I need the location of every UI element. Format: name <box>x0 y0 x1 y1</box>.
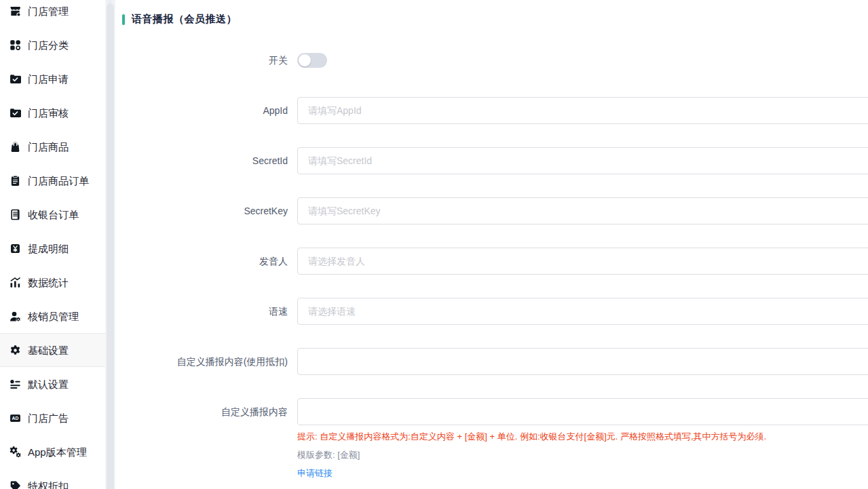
person-gear-icon <box>10 311 21 322</box>
hint-block: 提示: 自定义播报内容格式为:自定义内容 + [金额] + 单位. 例如:收银台… <box>297 431 868 479</box>
sidebar-item-store-category[interactable]: 门店分类 <box>0 28 105 62</box>
field-row-voice-person: 发音人 <box>115 248 868 275</box>
folder-check-icon <box>10 73 21 85</box>
sidebar-item-store-application[interactable]: 门店申请 <box>0 62 105 96</box>
sidebar-item-label: 门店管理 <box>28 6 69 16</box>
sidebar-item-label: 收银台订单 <box>28 210 79 220</box>
sidebar-item-label: 门店商品 <box>28 142 69 152</box>
speech-speed-select[interactable] <box>297 298 868 325</box>
sidebar-scrollbar-thumb[interactable] <box>107 3 114 489</box>
apply-link[interactable]: 申请链接 <box>297 468 333 478</box>
main-content: 语音播报（会员推送） 开关 AppIdSecretIdSecretKey发音人语… <box>115 0 868 489</box>
custom-content-input[interactable] <box>297 398 868 425</box>
page-title: 语音播报（会员推送） <box>132 13 237 26</box>
custom-content-label: 自定义播报内容 <box>115 398 288 425</box>
sidebar-item-basic-settings[interactable]: 基础设置 <box>0 333 105 367</box>
secretid-label: SecretId <box>115 147 288 174</box>
sidebar-item-privilege-discount[interactable]: 特权折扣 <box>0 469 105 489</box>
category-grid-icon <box>10 39 21 51</box>
tag-icon <box>10 480 21 489</box>
chart-icon <box>10 277 21 288</box>
double-gear-icon <box>10 446 21 458</box>
sidebar-item-store-management[interactable]: 门店管理 <box>0 0 105 28</box>
ad-icon: AD <box>10 412 21 424</box>
field-row-secretid: SecretId <box>115 147 868 174</box>
yen-icon <box>10 243 21 254</box>
sidebar-item-label: 门店商品订单 <box>28 176 89 186</box>
sidebar-item-label: 门店广告 <box>28 413 69 423</box>
field-row-switch: 开关 <box>115 47 868 74</box>
switch-control-wrap <box>297 53 327 68</box>
sidebar-item-label: 门店申请 <box>28 74 69 84</box>
sidebar-item-label: 门店分类 <box>28 40 69 50</box>
switch-field-label: 开关 <box>115 47 288 74</box>
sidebar-item-store-ads[interactable]: AD门店广告 <box>0 401 105 435</box>
field-row-secretkey: SecretKey <box>115 197 868 224</box>
field-row-custom-content-deduct: 自定义播报内容(使用抵扣) <box>115 348 868 375</box>
sidebar-item-label: 门店审核 <box>28 108 69 118</box>
custom-content-deduct-label: 自定义播报内容(使用抵扣) <box>115 348 288 375</box>
folder-check-icon <box>10 107 21 119</box>
section-accent-bar <box>122 14 125 25</box>
field-row-appid: AppId <box>115 97 868 124</box>
app-root: 门店管理门店分类门店申请门店审核门店商品门店商品订单收银台订单提成明细数据统计核… <box>0 0 868 489</box>
sidebar-menu: 门店管理门店分类门店申请门店审核门店商品门店商品订单收银台订单提成明细数据统计核… <box>0 0 105 489</box>
toggle-knob-icon <box>299 54 311 66</box>
speech-speed-label: 语速 <box>115 298 288 325</box>
sidebar-item-label: 基础设置 <box>28 345 69 355</box>
gear-icon <box>10 345 21 356</box>
sidebar-item-commission-details[interactable]: 提成明细 <box>0 231 105 265</box>
sidebar-item-data-statistics[interactable]: 数据统计 <box>0 265 105 299</box>
secretid-input[interactable] <box>297 147 868 174</box>
sidebar-item-store-goods[interactable]: 门店商品 <box>0 130 105 163</box>
sidebar-item-verifier-management[interactable]: 核销员管理 <box>0 299 105 333</box>
appid-label: AppId <box>115 97 288 124</box>
field-row-custom-content: 自定义播报内容 <box>115 398 868 425</box>
voice-broadcast-toggle[interactable] <box>297 53 327 68</box>
sidebar-item-label: 默认设置 <box>28 379 69 389</box>
template-param-text: 模版参数: [金额] <box>297 450 868 460</box>
voice-person-select[interactable] <box>297 248 868 275</box>
voice-broadcast-form: 开关 AppIdSecretIdSecretKey发音人语速自定义播报内容(使用… <box>115 47 868 479</box>
appid-input[interactable] <box>297 97 868 124</box>
custom-content-deduct-input[interactable] <box>297 348 868 375</box>
sidebar-item-label: 数据统计 <box>28 277 69 288</box>
field-rows: AppIdSecretIdSecretKey发音人语速自定义播报内容(使用抵扣)… <box>115 97 868 425</box>
svg-text:AD: AD <box>12 416 19 420</box>
sidebar-scrollbar-track[interactable] <box>105 0 115 489</box>
format-hint-text: 提示: 自定义播报内容格式为:自定义内容 + [金额] + 单位. 例如:收银台… <box>297 431 868 442</box>
clipboard-icon <box>10 175 21 187</box>
storefront-icon <box>10 5 21 17</box>
sidebar-item-store-review[interactable]: 门店审核 <box>0 96 105 130</box>
sidebar-item-label: App版本管理 <box>28 447 87 457</box>
sidebar-item-label: 核销员管理 <box>28 311 79 321</box>
section-header: 语音播报（会员推送） <box>122 14 868 25</box>
list-radio-icon <box>10 378 21 390</box>
sidebar: 门店管理门店分类门店申请门店审核门店商品门店商品订单收银台订单提成明细数据统计核… <box>0 0 105 489</box>
secretkey-label: SecretKey <box>115 197 288 224</box>
sidebar-item-label: 提成明细 <box>28 243 69 254</box>
receipt-icon <box>10 209 21 220</box>
voice-person-label: 发音人 <box>115 248 288 275</box>
sidebar-item-default-settings[interactable]: 默认设置 <box>0 367 105 401</box>
sidebar-item-app-version[interactable]: App版本管理 <box>0 435 105 469</box>
field-row-speech-speed: 语速 <box>115 298 868 325</box>
bag-icon <box>10 141 21 153</box>
secretkey-input[interactable] <box>297 197 868 224</box>
sidebar-item-store-goods-orders[interactable]: 门店商品订单 <box>0 163 105 197</box>
sidebar-item-label: 特权折扣 <box>28 481 69 489</box>
sidebar-item-cashier-orders[interactable]: 收银台订单 <box>0 197 105 231</box>
